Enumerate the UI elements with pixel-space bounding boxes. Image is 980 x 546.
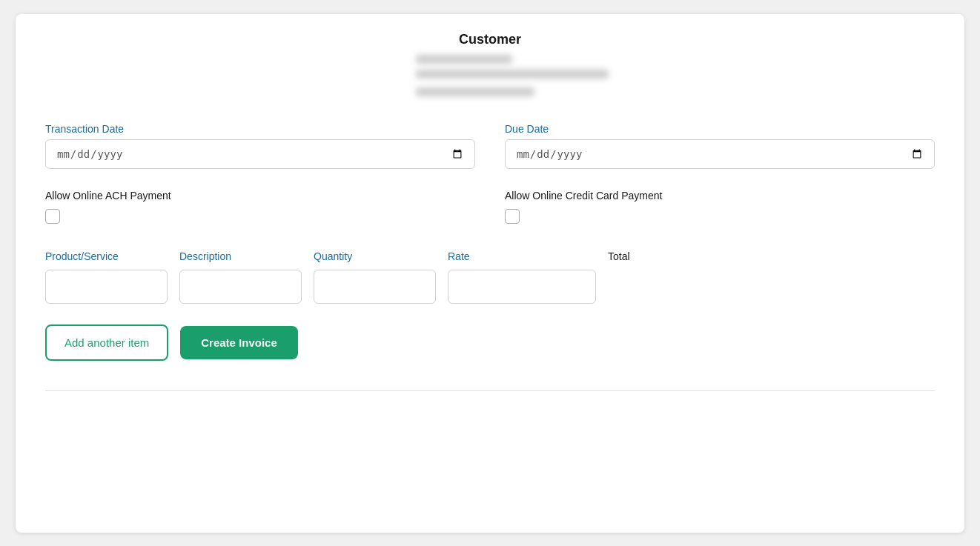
table-headers: Product/Service Description Quantity Rat…: [45, 250, 935, 262]
due-date-label: Due Date: [505, 123, 935, 135]
col-header-rate: Rate: [448, 250, 596, 262]
customer-section: Customer: [45, 32, 935, 102]
blurred-city: [416, 87, 534, 96]
items-table: Product/Service Description Quantity Rat…: [45, 250, 935, 304]
transaction-date-group: Transaction Date: [45, 123, 475, 169]
quantity-input[interactable]: [314, 270, 436, 304]
payment-options-section: Allow Online ACH Payment Allow Online Cr…: [45, 190, 935, 224]
col-header-total: Total: [608, 250, 935, 262]
rate-input[interactable]: [448, 270, 596, 304]
description-input[interactable]: [179, 270, 302, 304]
ach-payment-group: Allow Online ACH Payment: [45, 190, 475, 224]
credit-card-payment-checkbox[interactable]: [505, 209, 520, 224]
col-header-product: Product/Service: [45, 250, 168, 262]
blurred-address: [416, 70, 609, 79]
credit-card-payment-group: Allow Online Credit Card Payment: [505, 190, 935, 224]
customer-title: Customer: [459, 32, 521, 47]
bottom-divider: [45, 390, 935, 391]
add-item-button[interactable]: Add another item: [45, 324, 168, 361]
customer-blurred-info: [416, 55, 609, 102]
col-header-quantity: Quantity: [314, 250, 436, 262]
ach-payment-label: Allow Online ACH Payment: [45, 190, 475, 202]
invoice-form: Customer Transaction Date Due Date Allow…: [16, 14, 964, 533]
product-input[interactable]: [45, 270, 168, 304]
actions-row: Add another item Create Invoice: [45, 324, 935, 361]
create-invoice-button[interactable]: Create Invoice: [180, 326, 298, 359]
col-header-description: Description: [179, 250, 302, 262]
customer-info: [401, 55, 609, 102]
credit-card-payment-label: Allow Online Credit Card Payment: [505, 190, 935, 202]
ach-payment-checkbox[interactable]: [45, 209, 60, 224]
transaction-date-input[interactable]: [45, 139, 475, 169]
due-date-input[interactable]: [505, 139, 935, 169]
blurred-name: [416, 55, 512, 64]
due-date-group: Due Date: [505, 123, 935, 169]
transaction-date-label: Transaction Date: [45, 123, 475, 135]
table-row: [45, 270, 935, 304]
dates-row: Transaction Date Due Date: [45, 123, 935, 169]
